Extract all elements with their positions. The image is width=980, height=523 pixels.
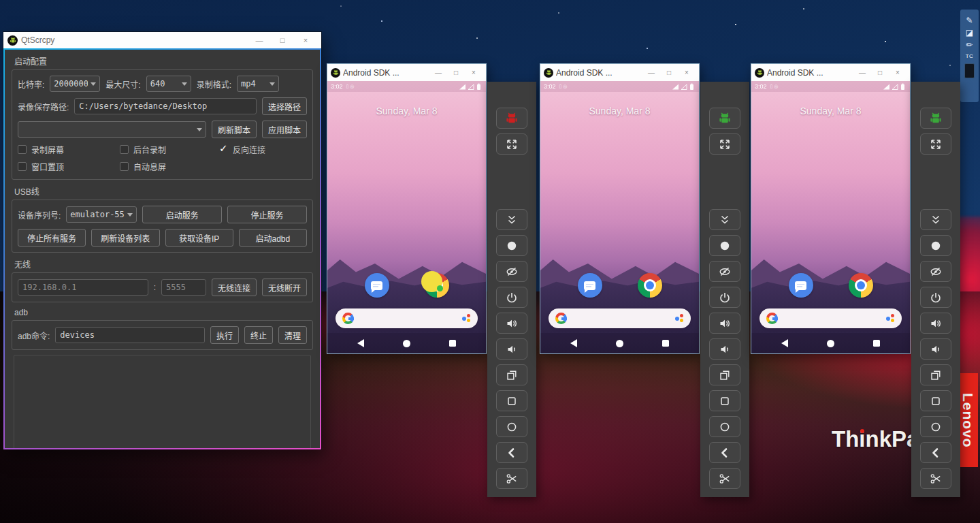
- volume-up-button[interactable]: [920, 313, 951, 334]
- terminate-button[interactable]: 终止: [244, 326, 273, 344]
- back-button[interactable]: [496, 442, 527, 463]
- menu-button[interactable]: [920, 390, 951, 411]
- get-device-ip-button[interactable]: 获取设备IP: [165, 229, 233, 247]
- wireless-ip-input[interactable]: [18, 279, 148, 296]
- checkbox-background-record[interactable]: 后台录制: [120, 144, 219, 155]
- minimize-button[interactable]: —: [248, 33, 271, 47]
- google-search-bar[interactable]: [549, 308, 691, 328]
- back-button[interactable]: [709, 442, 740, 463]
- back-triangle-icon[interactable]: [570, 339, 577, 347]
- pen-icon[interactable]: ✎: [966, 16, 973, 25]
- recents-square-icon[interactable]: [873, 340, 880, 347]
- recents-square-icon[interactable]: [662, 340, 669, 347]
- refresh-device-list-button[interactable]: 刷新设备列表: [91, 229, 159, 247]
- volume-up-button[interactable]: [496, 313, 527, 334]
- execute-button[interactable]: 执行: [210, 326, 239, 344]
- home-button[interactable]: [920, 416, 951, 437]
- messages-icon[interactable]: [789, 273, 813, 298]
- app-switch-button[interactable]: [709, 364, 740, 385]
- power-button[interactable]: [709, 287, 740, 308]
- close-button[interactable]: ×: [889, 67, 906, 79]
- notification-pulldown-button[interactable]: [709, 209, 740, 230]
- screen-off-button[interactable]: [709, 261, 740, 282]
- screenshot-button[interactable]: [709, 468, 740, 489]
- maximize-button[interactable]: □: [871, 67, 889, 79]
- checkbox-record-screen[interactable]: 录制屏幕: [18, 144, 120, 155]
- device-serial-select[interactable]: emulator-5558: [66, 206, 137, 223]
- start-adbd-button[interactable]: 启动adbd: [239, 229, 307, 247]
- volume-up-button[interactable]: [709, 313, 740, 334]
- mic-icon[interactable]: [886, 313, 895, 323]
- chrome-icon[interactable]: [425, 273, 449, 298]
- fullscreen-button[interactable]: [709, 133, 740, 155]
- notification-pulldown-button[interactable]: [496, 209, 527, 230]
- touch-toggle-button[interactable]: [920, 235, 951, 256]
- device-group-toggle-button[interactable]: [496, 108, 527, 129]
- touch-toggle-button[interactable]: [709, 235, 740, 256]
- stop-service-button[interactable]: 停止服务: [227, 206, 307, 223]
- choose-path-button[interactable]: 选择路径: [262, 97, 307, 115]
- screenshot-button[interactable]: [496, 468, 527, 489]
- eraser-icon[interactable]: ◪: [966, 29, 973, 37]
- refresh-script-button[interactable]: 刷新脚本: [212, 121, 257, 138]
- home-button[interactable]: [709, 416, 740, 437]
- power-button[interactable]: [920, 287, 951, 308]
- max-size-select[interactable]: 640: [146, 76, 191, 92]
- power-button[interactable]: [496, 287, 527, 308]
- fullscreen-button[interactable]: [496, 133, 527, 155]
- volume-down-button[interactable]: [496, 338, 527, 360]
- wireless-connect-button[interactable]: 无线连接: [212, 279, 257, 296]
- home-circle-icon[interactable]: [616, 340, 623, 347]
- back-triangle-icon[interactable]: [357, 339, 364, 347]
- bitrate-select[interactable]: 2000000: [50, 76, 100, 92]
- minimize-button[interactable]: —: [853, 67, 871, 79]
- menu-button[interactable]: [709, 390, 740, 411]
- notification-pulldown-button[interactable]: [920, 209, 951, 230]
- close-button[interactable]: ×: [294, 33, 317, 47]
- maximize-button[interactable]: □: [660, 67, 678, 79]
- chrome-icon[interactable]: [638, 273, 662, 298]
- record-format-select[interactable]: mp4: [237, 76, 279, 92]
- minimize-button[interactable]: —: [642, 67, 660, 79]
- home-circle-icon[interactable]: [827, 340, 834, 347]
- adb-console-output[interactable]: [14, 355, 311, 448]
- phone-mirror-screen[interactable]: 3:02 ▯ ◎ Sunday, Mar 8: [540, 81, 699, 353]
- record-path-input[interactable]: [74, 98, 257, 114]
- checkbox-reverse-connect[interactable]: 反向连接: [219, 144, 307, 155]
- start-service-button[interactable]: 启动服务: [142, 206, 222, 223]
- messages-icon[interactable]: [578, 273, 602, 298]
- app-switch-button[interactable]: [496, 364, 527, 385]
- stop-all-services-button[interactable]: 停止所有服务: [18, 229, 86, 247]
- touch-toggle-button[interactable]: [496, 235, 527, 256]
- messages-icon[interactable]: [365, 273, 389, 298]
- screen-board-icon[interactable]: [964, 63, 975, 78]
- script-select[interactable]: [18, 121, 206, 138]
- phone-mirror-screen[interactable]: 3:02 ▯ ◎ Sunday, Mar 8: [751, 81, 910, 353]
- clear-button[interactable]: 清理: [278, 326, 307, 344]
- home-circle-icon[interactable]: [403, 340, 410, 347]
- app-switch-button[interactable]: [920, 364, 951, 385]
- maximize-button[interactable]: □: [271, 33, 294, 47]
- checkbox-auto-screen-off[interactable]: 自动息屏: [120, 161, 307, 172]
- screen-off-button[interactable]: [920, 261, 951, 282]
- wireless-disconnect-button[interactable]: 无线断开: [262, 279, 307, 296]
- mic-icon[interactable]: [675, 313, 684, 323]
- close-button[interactable]: ×: [678, 67, 696, 79]
- emulator-titlebar[interactable]: Android SDK ... — □ ×: [540, 64, 699, 81]
- maximize-button[interactable]: □: [447, 67, 465, 79]
- chrome-icon[interactable]: [849, 273, 873, 298]
- emulator-titlebar[interactable]: Android SDK ... — □ ×: [327, 64, 486, 81]
- recents-square-icon[interactable]: [449, 340, 456, 347]
- volume-down-button[interactable]: [920, 338, 951, 360]
- device-group-toggle-button[interactable]: [709, 108, 740, 129]
- minimize-button[interactable]: —: [429, 67, 447, 79]
- back-triangle-icon[interactable]: [781, 339, 788, 347]
- qtscrcpy-titlebar[interactable]: QtScrcpy — □ ×: [3, 32, 321, 48]
- phone-mirror-screen[interactable]: 3:02 ▯ ◎ Sunday, Mar 8: [327, 81, 486, 353]
- emulator-titlebar[interactable]: Android SDK ... — □ ×: [751, 64, 910, 81]
- screen-off-button[interactable]: [496, 261, 527, 282]
- adb-command-input[interactable]: [55, 327, 205, 343]
- highlighter-icon[interactable]: ✏: [966, 41, 973, 49]
- device-group-toggle-button[interactable]: [920, 108, 951, 129]
- checkbox-window-on-top[interactable]: 窗口置顶: [18, 161, 120, 172]
